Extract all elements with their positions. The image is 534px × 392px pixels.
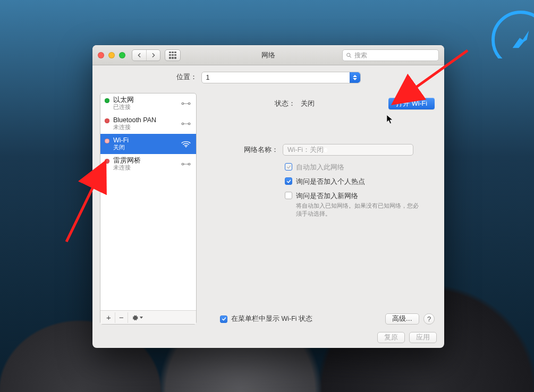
svg-point-1 bbox=[182, 103, 184, 105]
location-select[interactable]: 1 bbox=[201, 72, 361, 83]
option-auto-join-label: 自动加入此网络 bbox=[296, 163, 344, 172]
preferences-window: 网络 位置： 1 以太网 已连接 bbox=[92, 45, 444, 348]
window-footer: 复原 应用 bbox=[92, 330, 444, 348]
option-ask-new-networks[interactable]: 询问是否加入新网络 将自动加入已知网络。如果没有已知网络，您必须手动选择。 bbox=[285, 192, 423, 218]
option-ask-new-networks-label: 询问是否加入新网络 bbox=[296, 192, 423, 201]
zoom-window-button[interactable] bbox=[119, 52, 125, 58]
body: 以太网 已连接 Bluetooth PAN 未连接 bbox=[92, 90, 444, 330]
grid-icon bbox=[169, 52, 176, 59]
revert-button[interactable]: 复原 bbox=[377, 332, 405, 343]
service-item-wifi[interactable]: Wi-Fi 关闭 bbox=[100, 134, 196, 154]
svg-point-3 bbox=[185, 103, 187, 104]
option-show-in-menubar[interactable]: 在菜单栏中显示 Wi-Fi 状态 bbox=[220, 314, 381, 323]
option-ask-hotspot-label: 询问是否加入个人热点 bbox=[296, 177, 365, 186]
plus-icon: + bbox=[106, 313, 111, 322]
network-name-label: 网络名称： bbox=[205, 146, 278, 155]
svg-point-7 bbox=[185, 146, 187, 147]
service-item-thunderbolt-bridge[interactable]: 雷雳网桥 未连接 bbox=[100, 154, 196, 174]
service-status: 未连接 bbox=[113, 124, 156, 131]
chevron-left-icon bbox=[137, 53, 142, 58]
svg-point-0 bbox=[347, 53, 350, 56]
checkbox-show-in-menubar[interactable] bbox=[220, 316, 227, 323]
service-settings-button[interactable] bbox=[128, 312, 146, 323]
search-icon bbox=[346, 52, 352, 58]
status-dot-green bbox=[105, 98, 109, 103]
option-auto-join[interactable]: 自动加入此网络 bbox=[285, 163, 423, 172]
option-ask-hotspot[interactable]: 询问是否加入个人热点 bbox=[285, 177, 423, 186]
show-all-button[interactable] bbox=[165, 49, 181, 61]
status-label: 状态： bbox=[205, 99, 296, 108]
location-row: 位置： 1 bbox=[92, 65, 444, 90]
svg-point-5 bbox=[188, 123, 190, 125]
chevron-right-icon bbox=[151, 53, 156, 58]
check-icon bbox=[222, 317, 226, 321]
svg-point-2 bbox=[188, 103, 190, 105]
status-dot-red bbox=[105, 159, 109, 164]
add-service-button[interactable]: + bbox=[103, 312, 115, 323]
svg-point-4 bbox=[182, 123, 184, 125]
service-item-bluetooth-pan[interactable]: Bluetooth PAN 未连接 bbox=[100, 114, 196, 134]
location-label: 位置： bbox=[176, 73, 197, 82]
network-name-value: Wi-Fi：关闭 bbox=[287, 146, 324, 155]
status-row: 状态： 关闭 打开 Wi-Fi bbox=[205, 96, 435, 111]
apply-button[interactable]: 应用 bbox=[409, 332, 437, 343]
remove-service-button[interactable]: − bbox=[115, 312, 128, 323]
service-status: 已连接 bbox=[113, 104, 134, 110]
show-in-menubar-label: 在菜单栏中显示 Wi-Fi 状态 bbox=[231, 314, 312, 323]
gear-icon bbox=[132, 314, 138, 321]
status-dot-red bbox=[105, 139, 109, 143]
services-list: 以太网 已连接 Bluetooth PAN 未连接 bbox=[100, 93, 196, 310]
chevron-updown-icon bbox=[324, 148, 328, 152]
chevron-updown-icon bbox=[350, 72, 360, 83]
network-name-select[interactable]: Wi-Fi：关闭 bbox=[283, 144, 413, 156]
status-dot-red bbox=[105, 118, 109, 123]
panel-bottom-row: 在菜单栏中显示 Wi-Fi 状态 高级… ? bbox=[220, 310, 435, 325]
minimize-window-button[interactable] bbox=[108, 52, 115, 58]
checkbox-ask-new-networks[interactable] bbox=[285, 192, 292, 199]
nav-back-forward bbox=[132, 49, 160, 61]
wifi-options: 自动加入此网络 询问是否加入个人热点 询问是否加入新网络 将自动加入已知网络。如… bbox=[285, 163, 423, 218]
checkbox-ask-hotspot[interactable] bbox=[285, 177, 292, 185]
unicorn-icon bbox=[508, 28, 533, 52]
location-value: 1 bbox=[206, 74, 210, 81]
check-icon bbox=[286, 165, 291, 169]
svg-point-6 bbox=[185, 123, 187, 124]
service-name: 以太网 bbox=[113, 96, 134, 104]
service-status: 关闭 bbox=[113, 144, 129, 151]
service-name: Bluetooth PAN bbox=[113, 116, 156, 124]
traffic-lights bbox=[98, 52, 128, 58]
turn-on-wifi-button[interactable]: 打开 Wi-Fi bbox=[388, 98, 435, 109]
advanced-button[interactable]: 高级… bbox=[385, 313, 420, 325]
search-field[interactable] bbox=[342, 49, 439, 61]
service-item-ethernet[interactable]: 以太网 已连接 bbox=[100, 93, 196, 114]
sidebar-footer: + − bbox=[100, 310, 196, 324]
svg-point-8 bbox=[182, 163, 184, 165]
checkbox-auto-join[interactable] bbox=[285, 163, 292, 171]
check-icon bbox=[286, 179, 291, 184]
close-window-button[interactable] bbox=[98, 52, 104, 58]
forward-button[interactable] bbox=[146, 50, 160, 61]
ethernet-icon bbox=[180, 99, 192, 108]
ethernet-icon bbox=[180, 160, 192, 168]
ethernet-icon bbox=[180, 120, 192, 128]
svg-point-9 bbox=[188, 163, 190, 165]
details-panel: 状态： 关闭 打开 Wi-Fi 网络名称： Wi-Fi：关闭 bbox=[204, 93, 437, 325]
option-ask-new-networks-subtext: 将自动加入已知网络。如果没有已知网络，您必须手动选择。 bbox=[296, 202, 423, 218]
status-value: 关闭 bbox=[301, 99, 315, 108]
service-status: 未连接 bbox=[113, 164, 141, 171]
service-name: 雷雳网桥 bbox=[113, 157, 141, 164]
corner-badge bbox=[486, 5, 534, 58]
network-name-row: 网络名称： Wi-Fi：关闭 bbox=[205, 144, 435, 156]
back-button[interactable] bbox=[132, 50, 146, 61]
help-button[interactable]: ? bbox=[423, 313, 435, 325]
minus-icon: − bbox=[119, 313, 124, 322]
chevron-down-icon bbox=[140, 317, 143, 319]
service-name: Wi-Fi bbox=[113, 137, 129, 144]
services-sidebar: 以太网 已连接 Bluetooth PAN 未连接 bbox=[100, 93, 197, 325]
svg-point-10 bbox=[185, 164, 187, 165]
wifi-icon bbox=[180, 140, 192, 148]
titlebar: 网络 bbox=[92, 45, 444, 65]
search-input[interactable] bbox=[354, 52, 435, 59]
